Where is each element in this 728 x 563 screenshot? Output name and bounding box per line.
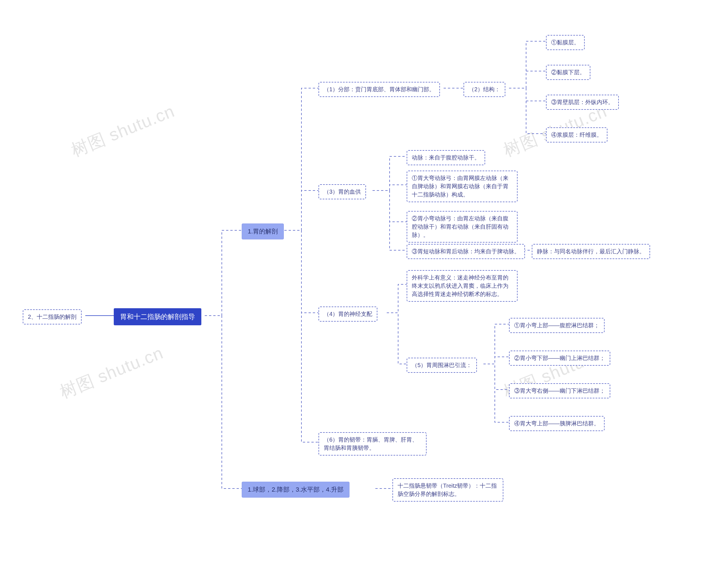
node-artery-source[interactable]: 动脉：来自于腹腔动脉干。 xyxy=(407,150,485,165)
root-node[interactable]: 胃和十二指肠的解剖指导 xyxy=(114,308,201,325)
node-treitz[interactable]: 十二指肠悬韧带（Treitz韧带）：十二指肠空肠分界的解剖标志。 xyxy=(392,478,503,502)
node-stomach-sections[interactable]: （1）分部：贲门胃底部、胃体部和幽门部。 xyxy=(319,82,440,97)
watermark: 树图 shutu.cn xyxy=(68,100,178,162)
node-stomach-structure[interactable]: （2）结构： xyxy=(464,82,505,97)
node-vagus-note[interactable]: 外科学上有意义：迷走神经分布至胃的终末支以鸦爪状进入胃窦，临床上作为高选择性胃迷… xyxy=(407,270,518,302)
node-submucosa[interactable]: ②黏膜下层。 xyxy=(546,65,590,80)
node-duodenum-anatomy[interactable]: 2、十二指肠的解剖 xyxy=(23,309,82,324)
node-lymph-1[interactable]: ①胃小弯上部——腹腔淋巴结群； xyxy=(509,318,605,333)
node-lymph-drain[interactable]: （5）胃周围淋巴引流： xyxy=(407,358,477,373)
watermark: 树图 shutu.cn xyxy=(57,341,167,404)
node-vein[interactable]: 静脉：与同名动脉伴行，最后汇入门静脉。 xyxy=(532,244,650,259)
node-ligaments[interactable]: （6）胃的韧带：胃膈、胃脾、肝胃、胃结肠和胃胰韧带。 xyxy=(319,432,427,456)
node-serosa[interactable]: ④浆膜层：纤维膜。 xyxy=(546,127,607,142)
mindmap-canvas: 树图 shutu.cn 树图 shutu.cn 树图 shutu.cn 树图 s… xyxy=(0,0,728,563)
node-lymph-2[interactable]: ②胃小弯下部——幽门上淋巴结群； xyxy=(509,351,610,366)
node-lymph-3[interactable]: ③胃大弯右侧——幽门下淋巴结群； xyxy=(509,383,610,398)
node-lymph-4[interactable]: ④胃大弯上部——胰脾淋巴结群。 xyxy=(509,416,605,431)
node-muscularis[interactable]: ③胃壁肌层：外纵内环。 xyxy=(546,95,619,110)
node-lesser-curv[interactable]: ②胃小弯动脉弓：由胃左动脉（来自腹腔动脉干）和胃右动脉（来自肝固有动脉）。 xyxy=(407,211,518,243)
node-greater-curv[interactable]: ①胃大弯动脉弓：由胃网膜左动脉（来自脾动脉）和胃网膜右动脉（来自于胃十二指肠动脉… xyxy=(407,171,518,202)
node-innervation[interactable]: （4）胃的神经支配 xyxy=(319,307,377,322)
node-short-gastric[interactable]: ③胃短动脉和胃后动脉：均来自于脾动脉。 xyxy=(407,244,525,259)
node-blood-supply[interactable]: （3）胃的血供 xyxy=(319,184,366,199)
node-stomach-anatomy[interactable]: 1.胃的解剖 xyxy=(242,223,284,239)
node-duodenum-parts[interactable]: 1.球部，2.降部，3.水平部，4.升部 xyxy=(242,482,349,498)
node-mucosa[interactable]: ①黏膜层。 xyxy=(546,35,585,50)
